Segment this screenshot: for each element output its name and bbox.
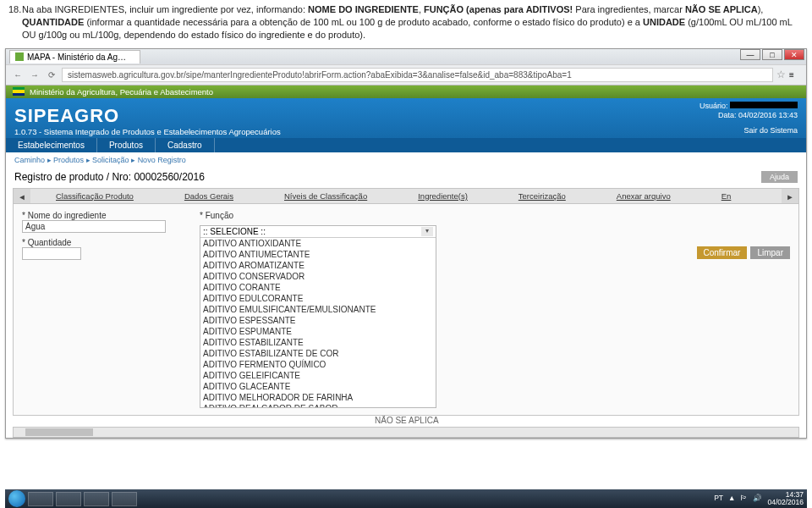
menu-produtos[interactable]: Produtos	[97, 138, 156, 152]
username-redacted	[730, 102, 798, 108]
minimize-button[interactable]: —	[740, 49, 760, 60]
task-word[interactable]	[84, 492, 109, 506]
date-line: Data: 04/02/2016 13:43	[700, 111, 798, 121]
select-placeholder: :: SELECIONE ::	[203, 227, 266, 236]
flag-icon	[13, 87, 25, 96]
quantidade-input[interactable]	[22, 247, 81, 260]
page-title: Registro de produto / Nro: 00002560/2016	[14, 171, 205, 183]
nome-label: Nome do ingrediente	[22, 211, 166, 220]
tray-icon[interactable]: 🔊	[753, 494, 762, 502]
confirmar-button[interactable]: Confirmar	[697, 246, 748, 259]
option[interactable]: ADITIVO ESPESSANTE	[200, 315, 436, 326]
task-chrome[interactable]	[56, 492, 81, 506]
tab-scroll-left[interactable]: ◄	[14, 189, 30, 203]
option[interactable]: ADITIVO ANTIUMECTANTE	[200, 249, 436, 260]
task-explorer[interactable]	[28, 492, 53, 506]
limpar-button[interactable]: Limpar	[750, 246, 790, 259]
favicon-icon	[15, 52, 24, 61]
tab-title: MAPA - Ministério da Ag…	[27, 52, 126, 62]
option[interactable]: ADITIVO ESPUMANTE	[200, 326, 436, 337]
tray-icon[interactable]: 🏳	[740, 494, 748, 502]
close-button[interactable]: ✕	[784, 49, 804, 60]
option[interactable]: ADITIVO MELHORADOR DE FARINHA	[200, 392, 436, 403]
app-subtitle: 1.0.73 - Sistema Integrado de Produtos e…	[14, 127, 281, 136]
taskbar: PT ▲ 🏳 🔊 14:3704/02/2016	[5, 489, 807, 508]
tab-ingredientes[interactable]: Ingrediente(s)	[392, 189, 493, 203]
menu-icon[interactable]: ≡	[789, 70, 801, 80]
start-button[interactable]	[8, 490, 25, 507]
browser-tab[interactable]: MAPA - Ministério da Ag…	[9, 50, 140, 64]
option[interactable]: ADITIVO ESTABILIZANTE DE COR	[200, 348, 436, 359]
back-button[interactable]: ←	[11, 70, 25, 80]
tray-icon[interactable]: ▲	[728, 494, 735, 502]
browser-window: MAPA - Ministério da Ag… — □ ✕ ← → ⟳ sis…	[5, 48, 807, 439]
ingredient-form: Nome do ingrediente Quantidade Função ::…	[13, 204, 799, 416]
clock[interactable]: 14:3704/02/2016	[767, 491, 804, 507]
option[interactable]: ADITIVO ESTABILIZANTE	[200, 337, 436, 348]
tab-dados-gerais[interactable]: Dados Gerais	[159, 189, 259, 203]
tab-niveis[interactable]: Níveis de Classificação	[259, 189, 392, 203]
menu-estabelecimentos[interactable]: Estabelecimentos	[6, 138, 97, 152]
funcao-select[interactable]: :: SELECIONE :: ▾ ADITIVO ANTIOXIDANTE A…	[200, 225, 436, 408]
selected-value-echo: NÃO SE APLICA	[13, 416, 799, 425]
ministry-bar: Ministério da Agricultura, Pecuária e Ab…	[6, 86, 806, 98]
quantidade-label: Quantidade	[22, 238, 166, 247]
logout-link[interactable]: Sair do Sistema	[700, 126, 798, 136]
help-button[interactable]: Ajuda	[761, 171, 798, 183]
option[interactable]: ADITIVO AROMATIZANTE	[200, 260, 436, 271]
option[interactable]: ADITIVO GELEIFICANTE	[200, 370, 436, 381]
nome-input[interactable]	[22, 220, 166, 233]
ministry-name: Ministério da Agricultura, Pecuária e Ab…	[30, 87, 213, 97]
bookmark-icon[interactable]: ☆	[776, 69, 786, 80]
breadcrumb: Caminho ▸ Produtos ▸ Solicitação ▸ Novo …	[6, 152, 806, 168]
option[interactable]: ADITIVO ANTIOXIDANTE	[200, 238, 436, 249]
reload-button[interactable]: ⟳	[45, 70, 58, 80]
tab-terceirizacao[interactable]: Terceirização	[493, 189, 591, 203]
app-menu: Estabelecimentos Produtos Cadastro	[6, 138, 806, 152]
menu-cadastro[interactable]: Cadastro	[156, 138, 215, 152]
address-bar[interactable]: sistemasweb.agricultura.gov.br/sipe/mant…	[62, 68, 773, 82]
horizontal-scrollbar[interactable]	[13, 427, 799, 438]
tab-strip: ◄ Classificação Produto Dados Gerais Nív…	[13, 188, 799, 204]
navbar: ← → ⟳ sistemasweb.agricultura.gov.br/sip…	[6, 64, 806, 86]
tab-scroll-right[interactable]: ►	[782, 189, 798, 203]
task-app[interactable]	[112, 492, 137, 506]
option[interactable]: ADITIVO GLACEANTE	[200, 381, 436, 392]
tab-classificacao[interactable]: Classificação Produto	[30, 189, 159, 203]
tab-more[interactable]: En	[696, 189, 757, 203]
option[interactable]: ADITIVO EMULSIFICANTE/EMULSIONANTE	[200, 304, 436, 315]
option[interactable]: ADITIVO CORANTE	[200, 282, 436, 293]
titlebar: MAPA - Ministério da Ag… — □ ✕	[6, 49, 806, 64]
option[interactable]: ADITIVO FERMENTO QUÍMICO	[200, 359, 436, 370]
forward-button[interactable]: →	[28, 70, 41, 80]
option[interactable]: ADITIVO EDULCORANTE	[200, 293, 436, 304]
tab-anexar[interactable]: Anexar arquivo	[591, 189, 696, 203]
app-logo: SIPEAGRO	[14, 105, 281, 127]
option[interactable]: ADITIVO CONSERVADOR	[200, 271, 436, 282]
funcao-label: Função	[200, 211, 436, 220]
maximize-button[interactable]: □	[762, 49, 782, 60]
instruction-text: 18. Na aba INGREDIENTES, incluir um ingr…	[0, 0, 812, 48]
app-header: SIPEAGRO 1.0.73 - Sistema Integrado de P…	[6, 98, 806, 138]
option-list: ADITIVO ANTIOXIDANTE ADITIVO ANTIUMECTAN…	[200, 238, 436, 407]
chevron-down-icon: ▾	[421, 227, 433, 236]
lang-indicator[interactable]: PT	[714, 494, 723, 502]
option[interactable]: ADITIVO REALÇADOR DE SABOR	[200, 403, 436, 407]
